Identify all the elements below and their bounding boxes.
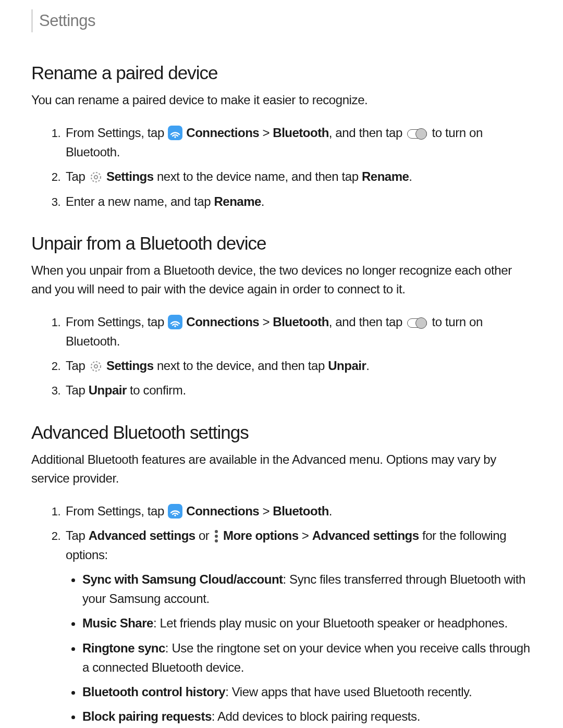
section-intro-unpair: When you unpair from a Bluetooth device,… [31,261,532,299]
svg-point-5 [94,365,97,368]
steps-advanced: From Settings, tap Connections > Bluetoo… [31,501,532,729]
step-item: From Settings, tap Connections > Bluetoo… [64,123,532,162]
steps-unpair: From Settings, tap Connections > Bluetoo… [31,312,532,400]
header-breadcrumb: Settings [31,9,532,32]
svg-point-2 [94,176,97,179]
toggle-icon [406,128,428,140]
list-item: Ringtone sync: Use the ringtone set on y… [82,638,532,677]
connections-icon [168,504,182,519]
section-intro-rename: You can rename a paired device to make i… [31,91,532,109]
document-page: Settings Rename a paired device You can … [0,0,563,728]
step-item: Enter a new name, and tap Rename. [64,192,532,211]
connections-icon [168,126,182,140]
list-item: Bluetooth control history: View apps tha… [82,682,532,701]
header-title: Settings [39,11,95,30]
svg-point-0 [174,136,176,138]
step-item: Tap Advanced settings or More options > … [64,526,532,728]
svg-point-4 [91,362,101,371]
list-item: Music Share: Let friends play music on y… [82,613,532,633]
svg-point-3 [174,325,176,327]
gear-icon [89,170,103,183]
advanced-options-list: Sync with Samsung Cloud/account: Sync fi… [66,570,532,728]
connections-icon [168,315,182,329]
step-item: Tap Settings next to the device name, an… [64,167,532,186]
steps-rename: From Settings, tap Connections > Bluetoo… [31,123,532,211]
toggle-icon [406,317,428,329]
list-item: Block pairing requests: Add devices to b… [82,707,532,726]
step-item: From Settings, tap Connections > Bluetoo… [64,501,532,521]
svg-point-6 [174,514,176,516]
list-item: Sync with Samsung Cloud/account: Sync fi… [82,570,532,608]
section-heading-advanced: Advanced Bluetooth settings [31,422,532,443]
section-heading-unpair: Unpair from a Bluetooth device [31,233,532,254]
section-heading-rename: Rename a paired device [31,63,532,83]
more-options-icon [213,529,219,543]
step-item: From Settings, tap Connections > Bluetoo… [64,312,532,351]
gear-icon [89,359,103,373]
section-intro-advanced: Additional Bluetooth features are availa… [31,450,532,488]
svg-point-1 [91,172,101,182]
step-item: Tap Unpair to confirm. [64,380,532,400]
step-item: Tap Settings next to the device, and the… [64,356,532,375]
